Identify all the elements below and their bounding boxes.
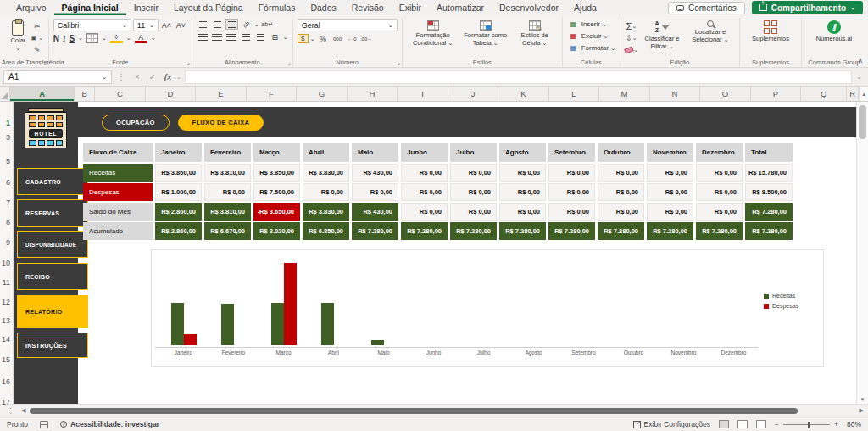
table-cell[interactable]: R$ 8.500,00 [745,183,793,201]
menu-tab-desenvolvedor[interactable]: Desenvolvedor [492,0,566,15]
sort-filter-button[interactable]: AZ Classificar e Filtrar ⌄ [638,19,686,52]
cut-icon[interactable]: ✂ [31,20,44,31]
table-cell[interactable]: R$ 0,00 [598,164,644,182]
macro-record-icon[interactable] [40,421,48,428]
menu-tab-página-inicial[interactable]: Página Inicial [54,0,126,15]
table-cell[interactable]: R$ 0,00 [450,183,497,201]
table-cell[interactable]: R$ 0,00 [401,203,448,221]
table-cell[interactable]: R$ 2.860,00 [155,203,202,221]
dialog-launcher-icon[interactable]: ⌟ [287,59,290,66]
autosum-icon[interactable]: Σ ⌄ [625,20,638,31]
table-cell[interactable]: R$ 3.810,00 [204,164,251,182]
table-cell[interactable]: R$ 0,00 [696,164,743,182]
sidebar-button-disponibilidade[interactable]: DISPONIBILIDADE [17,231,88,258]
vertical-scroll-thumb[interactable] [859,105,866,139]
table-cell[interactable]: R$ 2.860,00 [155,222,202,240]
wrap-text-icon[interactable]: ab↵ [261,19,274,30]
menu-tab-arquivo[interactable]: Arquivo [8,0,54,15]
table-cell[interactable]: -R$ 3.650,00 [253,203,300,221]
row-header-11[interactable]: 11 [3,278,10,287]
format-cells-button[interactable]: ▦ Formatar⌄ [567,42,615,53]
row-label[interactable]: Receitas [83,164,153,182]
clear-icon[interactable]: ⌄ [625,44,638,55]
table-cell[interactable]: R$ 0,00 [499,164,546,182]
table-cell[interactable]: R$ 430,00 [352,203,398,221]
table-cell[interactable]: R$ 3.860,00 [155,164,202,182]
dialog-launcher-icon[interactable]: ⌟ [187,59,190,66]
page-break-view-icon[interactable] [756,420,766,428]
cashflow-chart[interactable]: ReceitasDespesas JaneiroFevereiroMarçoAb… [151,249,824,367]
copy-icon[interactable]: ▣ ⌄ [31,32,44,43]
table-cell[interactable]: R$ 3.810,00 [204,203,251,221]
table-header-março[interactable]: Março [253,143,300,162]
delete-cells-button[interactable]: ▦ Excluir⌄ [567,31,615,42]
row-header-1[interactable]: 1 [6,119,10,127]
table-cell[interactable]: R$ 0,00 [647,164,693,182]
table-header-agosto[interactable]: Agosto [499,143,546,162]
table-header-novembro[interactable]: Novembro [647,143,693,162]
table-cell[interactable]: R$ 3.830,00 [303,164,349,182]
horizontal-scrollbar[interactable] [28,407,856,415]
column-header-B[interactable]: B [75,87,95,101]
row-header-3[interactable]: 3 [6,133,10,142]
table-cell[interactable]: R$ 7.280,00 [548,222,595,240]
share-button[interactable]: Compartilhamento ⌄ [752,1,863,14]
sidebar-button-cadastro[interactable]: CADASTRO [17,168,88,195]
table-cell[interactable]: R$ 7.280,00 [352,222,398,240]
formula-input[interactable] [185,70,852,84]
row-label[interactable]: Acumulado [83,222,153,240]
row-header-10[interactable]: 10 [2,259,10,267]
column-header-E[interactable]: E [196,87,247,101]
row-header-5[interactable]: 5 [6,157,10,165]
italic-icon[interactable]: I [63,34,65,43]
increase-indent-icon[interactable] [254,31,267,42]
sidebar-button-relatório[interactable]: RELATÓRIO [17,295,88,328]
table-cell[interactable]: R$ 0,00 [647,203,693,221]
pill-button-ocupação[interactable]: OCUPAÇÃO [102,115,170,131]
comments-button[interactable]: Comentários [668,2,745,14]
find-select-button[interactable]: Localizar e Selecionar ⌄ [686,19,735,45]
column-header-H[interactable]: H [348,87,398,101]
select-all-corner[interactable] [0,87,10,101]
merge-center-icon[interactable]: ⊟ [269,31,281,42]
row-header-12[interactable]: 12 [2,298,10,306]
borders-icon[interactable] [86,33,98,43]
table-cell[interactable]: R$ 0,00 [598,203,644,221]
column-header-C[interactable]: C [95,87,146,101]
decrease-font-icon[interactable]: A˅ [175,20,187,31]
column-header-Q[interactable]: Q [801,87,847,101]
format-painter-icon[interactable]: ✎ [31,44,44,55]
menu-tab-fórmulas[interactable]: Fórmulas [251,0,303,15]
paste-button[interactable]: Colar ⌄ [6,19,31,53]
column-header-J[interactable]: J [448,87,499,101]
align-center-icon[interactable] [211,31,224,42]
column-header-L[interactable]: L [549,87,600,101]
table-cell[interactable]: R$ 7.280,00 [499,222,546,240]
underline-icon[interactable]: S [69,34,75,43]
sheet-tab-grip-icon[interactable]: ⋮ [2,406,19,415]
dialog-launcher-icon[interactable]: ⌟ [397,59,399,66]
zoom-in-icon[interactable]: + [834,420,838,428]
menu-tab-automatizar[interactable]: Automatizar [429,0,492,15]
numerous-button[interactable]: ∥ Numerous.ai [806,19,862,45]
column-header-N[interactable]: N [650,87,701,101]
table-cell[interactable]: R$ 3.020,00 [253,222,300,240]
table-header-setembro[interactable]: Setembro [548,143,595,162]
column-header-R[interactable]: R [847,87,859,101]
accessibility-status[interactable]: Acessibilidade: investigar [60,420,159,428]
table-cell[interactable]: R$ 0,00 [401,164,448,182]
menu-tab-inserir[interactable]: Inserir [126,0,166,15]
table-cell[interactable]: R$ 6.850,00 [303,222,349,240]
cancel-icon[interactable]: × [131,72,144,81]
collapse-ribbon-icon[interactable]: ∧ [857,56,863,64]
table-cell[interactable]: R$ 15.780,00 [745,164,793,182]
zoom-level[interactable]: 80% [847,420,861,428]
table-cell[interactable]: R$ 7.280,00 [401,222,448,240]
table-cell[interactable]: R$ 7.280,00 [696,222,743,240]
table-cell[interactable]: R$ 0,00 [450,164,497,182]
orientation-icon[interactable]: ab [237,16,254,33]
decrease-decimal-icon[interactable]: .00→ [360,33,373,44]
table-cell[interactable]: R$ 0,00 [548,183,595,201]
sidebar-button-instruções[interactable]: INSTRUÇÕES [17,333,88,358]
table-cell[interactable]: R$ 3.830,00 [303,203,349,221]
